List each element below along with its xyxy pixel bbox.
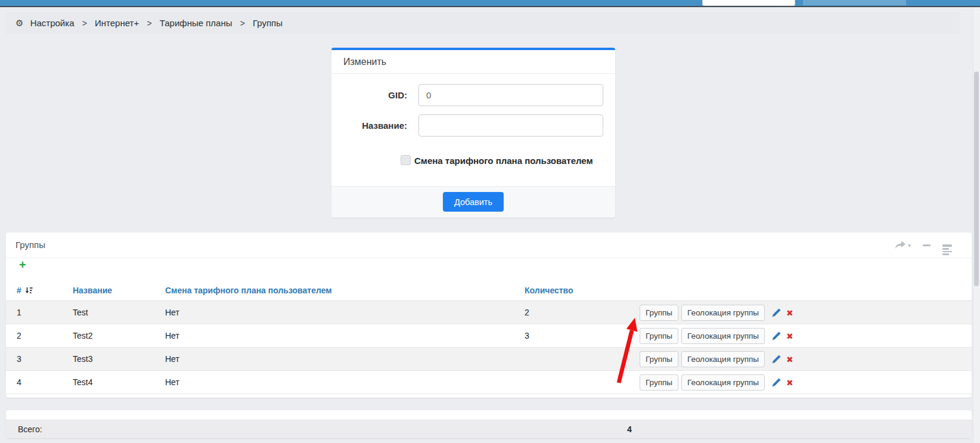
table-row: 1 Test Нет 2 Группы Геолокация группы ✖ [6, 301, 972, 324]
export-share-icon[interactable]: ▾ [894, 241, 911, 249]
name-label: Название: [331, 114, 407, 137]
collapse-icon[interactable] [923, 244, 931, 246]
name-input[interactable] [418, 114, 603, 137]
panel-title: Группы [6, 233, 972, 258]
tariff-change-checkbox[interactable] [401, 155, 411, 165]
row-actions: Группы Геолокация группы ✖ [640, 301, 793, 324]
row-number: 2 [17, 324, 21, 347]
geolocation-button[interactable]: Геолокация группы [681, 305, 765, 321]
edit-pencil-icon[interactable] [772, 332, 781, 340]
column-header-name[interactable]: Название [73, 286, 112, 295]
gid-form-row: GID: [331, 84, 615, 106]
topbar-search-input[interactable] [702, 0, 795, 6]
breadcrumb-separator: > [240, 18, 245, 28]
delete-icon[interactable]: ✖ [786, 378, 793, 388]
delete-icon[interactable]: ✖ [786, 308, 793, 318]
breadcrumb: ⚙ Настройка > Интернет+ > Тарифные планы… [6, 12, 960, 35]
table-row: 3 Test3 Нет Группы Геолокация группы ✖ [6, 348, 972, 371]
table-row: 2 Test2 Нет 3 Группы Геолокация группы ✖ [6, 324, 972, 348]
row-number: 3 [17, 348, 21, 370]
page: ⚙ Настройка > Интернет+ > Тарифные планы… [0, 0, 980, 443]
row-user-change: Нет [165, 301, 179, 324]
geolocation-button[interactable]: Геолокация группы [681, 374, 765, 391]
groups-button[interactable]: Группы [640, 374, 678, 391]
top-toolbar [0, 0, 980, 6]
groups-panel: Группы ▾ + # [6, 233, 972, 398]
column-header-num-label: # [17, 286, 21, 295]
list-menu-icon[interactable] [942, 243, 952, 247]
gear-icon: ⚙ [15, 18, 23, 28]
row-name: Test4 [73, 371, 92, 394]
page-scrollbar-thumb[interactable] [974, 72, 979, 286]
groups-button[interactable]: Группы [640, 305, 678, 321]
row-number: 1 [17, 301, 21, 324]
topbar-divider [0, 6, 980, 7]
totals-label: Всего: [18, 420, 42, 438]
gid-label: GID: [331, 84, 407, 106]
name-form-row: Название: [331, 114, 615, 137]
geolocation-button[interactable]: Геолокация группы [681, 328, 765, 344]
share-arrow-icon [894, 241, 906, 249]
form-title: Изменить [331, 50, 615, 74]
delete-icon[interactable]: ✖ [786, 332, 793, 341]
breadcrumb-separator: > [82, 18, 87, 28]
panel-toolbar: ▾ [894, 233, 952, 258]
row-actions: Группы Геолокация группы ✖ [640, 348, 793, 371]
totals-row: Всего: 4 [6, 420, 972, 438]
minus-icon [923, 244, 931, 246]
row-count: 3 [525, 324, 529, 347]
breadcrumb-item-groups[interactable]: Группы [253, 18, 283, 28]
breadcrumb-separator: > [147, 18, 151, 28]
form-footer: Добавить [331, 186, 615, 218]
row-name: Test3 [73, 348, 92, 370]
edit-pencil-icon[interactable] [772, 355, 781, 364]
edit-pencil-icon[interactable] [772, 308, 781, 317]
row-number: 4 [17, 371, 21, 394]
groups-button[interactable]: Группы [640, 351, 678, 367]
totals-panel: Всего: 4 [6, 410, 972, 438]
row-user-change: Нет [165, 348, 179, 370]
row-name: Test [73, 301, 88, 324]
edit-form-card: Изменить GID: Название: Смена тарифного … [331, 48, 615, 218]
delete-icon[interactable]: ✖ [786, 355, 793, 364]
tariff-change-check-row: Смена тарифного плана пользователем [331, 155, 615, 165]
table-header-row: # Название Смена тарифного плана пользов… [6, 277, 972, 301]
sort-icon [25, 287, 33, 295]
geolocation-button[interactable]: Геолокация группы [681, 351, 765, 367]
edit-pencil-icon[interactable] [772, 378, 781, 387]
row-count: 2 [525, 301, 529, 324]
breadcrumb-item-settings[interactable]: Настройка [30, 18, 75, 28]
totals-value: 4 [627, 420, 632, 438]
column-header-user-change[interactable]: Смена тарифного плана пользователем [165, 286, 332, 295]
breadcrumb-item-tariff-plans[interactable]: Тарифные планы [160, 18, 232, 28]
gid-input[interactable] [418, 84, 603, 106]
breadcrumb-item-internet[interactable]: Интернет+ [95, 18, 139, 28]
tariff-change-checkbox-label: Смена тарифного плана пользователем [414, 156, 593, 166]
column-header-num[interactable]: # [17, 286, 33, 295]
topbar-button[interactable] [803, 0, 906, 5]
table-row: 4 Test4 Нет Группы Геолокация группы ✖ [6, 371, 972, 394]
add-button[interactable]: Добавить [443, 192, 504, 212]
column-header-count[interactable]: Количество [525, 286, 573, 295]
row-actions: Группы Геолокация группы ✖ [640, 324, 793, 348]
row-name: Test2 [73, 324, 92, 347]
caret-down-icon: ▾ [908, 242, 911, 249]
row-user-change: Нет [165, 371, 179, 394]
add-row-plus-icon[interactable]: + [19, 259, 26, 271]
groups-button[interactable]: Группы [640, 328, 678, 344]
row-actions: Группы Геолокация группы ✖ [640, 371, 793, 394]
row-user-change: Нет [165, 324, 179, 347]
